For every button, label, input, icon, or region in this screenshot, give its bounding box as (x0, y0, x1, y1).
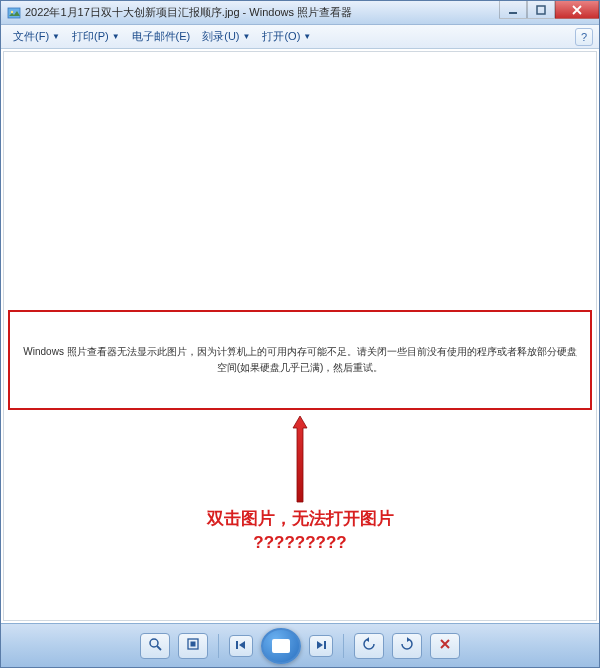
annotation-line1: 双击图片，无法打开图片 (207, 507, 394, 531)
svg-point-1 (11, 10, 13, 12)
titlebar[interactable]: 2022年1月17日双十大创新项目汇报顺序.jpg - Windows 照片查看… (1, 1, 599, 25)
slideshow-button[interactable] (261, 628, 301, 664)
svg-rect-9 (324, 641, 326, 649)
annotation-arrow (290, 414, 310, 504)
fit-button[interactable] (178, 633, 208, 659)
chevron-down-icon: ▼ (52, 32, 60, 41)
app-icon (7, 6, 21, 20)
delete-button[interactable] (430, 633, 460, 659)
menu-email[interactable]: 电子邮件(E) (126, 27, 197, 46)
separator (343, 634, 344, 658)
chevron-down-icon: ▼ (112, 32, 120, 41)
prev-icon (235, 639, 247, 653)
toolbar (1, 623, 599, 667)
help-button[interactable]: ? (575, 28, 593, 46)
zoom-button[interactable] (140, 633, 170, 659)
close-button[interactable] (555, 1, 599, 19)
maximize-button[interactable] (527, 1, 555, 19)
menu-burn[interactable]: 刻录(U) ▼ (196, 27, 256, 46)
svg-point-4 (150, 639, 158, 647)
chevron-down-icon: ▼ (243, 32, 251, 41)
rotate-ccw-icon (362, 637, 376, 654)
window-title: 2022年1月17日双十大创新项目汇报顺序.jpg - Windows 照片查看… (25, 5, 499, 20)
menu-file-label: 文件(F) (13, 29, 49, 44)
menu-file[interactable]: 文件(F) ▼ (7, 27, 66, 46)
next-button[interactable] (309, 635, 333, 657)
svg-rect-2 (509, 12, 517, 14)
next-icon (315, 639, 327, 653)
rotate-cw-button[interactable] (392, 633, 422, 659)
menu-burn-label: 刻录(U) (202, 29, 239, 44)
help-icon: ? (581, 31, 587, 43)
error-message: Windows 照片查看器无法显示此图片，因为计算机上的可用内存可能不足。请关闭… (20, 344, 580, 376)
menu-print[interactable]: 打印(P) ▼ (66, 27, 126, 46)
svg-line-5 (157, 646, 161, 650)
window-controls (499, 1, 599, 24)
chevron-down-icon: ▼ (303, 32, 311, 41)
fit-icon (186, 637, 200, 654)
svg-rect-7 (191, 642, 196, 647)
window: 2022年1月17日双十大创新项目汇报顺序.jpg - Windows 照片查看… (0, 0, 600, 668)
slideshow-icon (272, 639, 290, 653)
menu-open-label: 打开(O) (262, 29, 300, 44)
prev-button[interactable] (229, 635, 253, 657)
svg-rect-0 (8, 8, 20, 18)
rotate-cw-icon (400, 637, 414, 654)
menu-print-label: 打印(P) (72, 29, 109, 44)
minimize-button[interactable] (499, 1, 527, 19)
separator (218, 634, 219, 658)
annotation-line2: ????????? (207, 531, 394, 555)
menu-open[interactable]: 打开(O) ▼ (256, 27, 317, 46)
annotation-text: 双击图片，无法打开图片 ????????? (207, 507, 394, 555)
rotate-ccw-button[interactable] (354, 633, 384, 659)
content-area: Windows 照片查看器无法显示此图片，因为计算机上的可用内存可能不足。请关闭… (3, 51, 597, 621)
delete-icon (439, 638, 451, 653)
menu-email-label: 电子邮件(E) (132, 29, 191, 44)
magnifier-icon (148, 637, 162, 654)
menubar: 文件(F) ▼ 打印(P) ▼ 电子邮件(E) 刻录(U) ▼ 打开(O) ▼ … (1, 25, 599, 49)
error-highlight-box: Windows 照片查看器无法显示此图片，因为计算机上的可用内存可能不足。请关闭… (8, 310, 592, 410)
svg-rect-8 (236, 641, 238, 649)
svg-rect-3 (537, 6, 545, 14)
